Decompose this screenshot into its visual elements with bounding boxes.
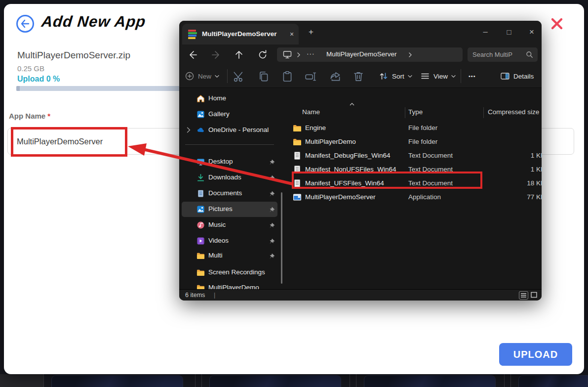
sidebar-item-pictures[interactable]: Pictures bbox=[182, 202, 277, 217]
sidebar-item-downloads[interactable]: Downloads bbox=[182, 170, 277, 185]
explorer-tab[interactable]: MultiPlayerDemoServer × bbox=[182, 24, 299, 44]
file-row-engine[interactable]: Engine File folder bbox=[289, 121, 542, 135]
file-row-manifest-nonufsfiles[interactable]: Manifest_NonUFSFiles_Win64 Text Document… bbox=[289, 163, 542, 176]
close-modal-button[interactable] bbox=[548, 15, 566, 33]
divider bbox=[195, 374, 196, 387]
breadcrumb[interactable]: ··· MultiPlayerDemoServer bbox=[277, 47, 463, 62]
pin-icon bbox=[269, 206, 275, 213]
divider bbox=[510, 374, 511, 387]
explorer-statusbar: 6 items | bbox=[179, 289, 542, 301]
upload-button[interactable]: UPLOAD bbox=[499, 343, 572, 366]
view-button[interactable]: View bbox=[420, 67, 456, 85]
divider bbox=[227, 69, 228, 83]
window-close-button[interactable]: × bbox=[522, 25, 542, 40]
column-header-name[interactable]: Name bbox=[302, 108, 320, 116]
sidebar-item-documents[interactable]: Documents bbox=[182, 186, 277, 201]
pin-icon bbox=[269, 222, 275, 228]
explorer-toolbar: New bbox=[179, 64, 542, 88]
column-header-compressed-size[interactable]: Compressed size bbox=[488, 108, 539, 116]
text-document-icon bbox=[293, 179, 302, 188]
downloads-icon bbox=[196, 173, 205, 182]
paste-icon[interactable] bbox=[281, 70, 294, 83]
delete-icon[interactable] bbox=[352, 70, 365, 83]
folder-icon bbox=[293, 137, 302, 146]
sidebar-item-music[interactable]: Music bbox=[182, 217, 277, 233]
upload-filesize: 0.25 GB bbox=[17, 64, 44, 73]
application-icon bbox=[293, 193, 302, 202]
maximize-button[interactable]: □ bbox=[499, 25, 519, 40]
search-input[interactable] bbox=[472, 48, 523, 61]
close-icon bbox=[548, 15, 566, 33]
page-title: Add New App bbox=[40, 13, 147, 31]
background-card bbox=[518, 375, 588, 387]
chevron-right-icon bbox=[408, 52, 412, 57]
sort-icon bbox=[379, 71, 389, 81]
more-options-button[interactable]: ••• bbox=[469, 67, 476, 85]
required-asterisk: * bbox=[47, 112, 50, 120]
chevron-down-icon bbox=[408, 75, 412, 78]
file-row-multiplayerdemoserver[interactable]: MultiPlayerDemoServer Application 77 KB bbox=[289, 190, 542, 204]
search-box[interactable] bbox=[468, 47, 538, 62]
pin-icon bbox=[269, 253, 275, 259]
onedrive-icon bbox=[196, 126, 205, 134]
details-button[interactable]: Details bbox=[500, 67, 534, 85]
share-icon[interactable] bbox=[329, 70, 342, 83]
pin-icon bbox=[269, 238, 275, 244]
sidebar-item-screen-recordings[interactable]: Screen Recordings bbox=[182, 265, 277, 280]
sidebar-item-gallery[interactable]: Gallery bbox=[182, 107, 277, 122]
refresh-icon[interactable] bbox=[256, 48, 269, 61]
sidebar-item-multi[interactable]: Multi bbox=[182, 248, 277, 263]
nav-back-icon[interactable] bbox=[186, 48, 199, 61]
sidebar-item-videos[interactable]: Videos bbox=[182, 233, 277, 249]
tab-close-icon[interactable]: × bbox=[287, 29, 297, 39]
text-document-icon bbox=[293, 165, 302, 174]
column-header-type[interactable]: Type bbox=[408, 108, 423, 116]
sort-button[interactable]: Sort bbox=[379, 67, 412, 85]
zip-archive-icon bbox=[188, 29, 198, 39]
ellipsis-icon: ••• bbox=[469, 73, 476, 79]
divider bbox=[504, 374, 505, 387]
minimize-button[interactable]: ─ bbox=[475, 25, 495, 40]
sidebar-item-home[interactable]: Home bbox=[182, 91, 277, 106]
upload-progress-text: Upload 0 % bbox=[17, 75, 60, 84]
music-icon bbox=[196, 221, 205, 229]
background-card bbox=[51, 375, 183, 387]
new-tab-button[interactable]: + bbox=[306, 27, 316, 38]
documents-icon bbox=[196, 189, 205, 198]
back-button[interactable] bbox=[16, 15, 34, 33]
explorer-titlebar[interactable]: MultiPlayerDemoServer × + ─ □ × bbox=[179, 21, 542, 44]
background-sidebar-strip bbox=[0, 374, 43, 387]
list-view-icon bbox=[519, 292, 528, 299]
app-name-label: App Name* bbox=[9, 112, 50, 120]
sidebar-scrollbar[interactable] bbox=[281, 192, 282, 284]
page-background: Add New App MultiPlayerDemoServer.zip 0.… bbox=[0, 0, 588, 387]
plus-circle-icon bbox=[185, 71, 195, 81]
upload-progress-fill bbox=[16, 86, 20, 91]
file-explorer-window: MultiPlayerDemoServer × + ─ □ × bbox=[179, 21, 542, 301]
divider bbox=[201, 374, 202, 387]
folder-icon bbox=[196, 268, 205, 277]
upload-filename: MultiPlayerDemoServer.zip bbox=[17, 50, 130, 61]
breadcrumb-folder[interactable]: MultiPlayerDemoServer bbox=[326, 50, 397, 58]
breadcrumb-ellipsis[interactable]: ··· bbox=[307, 50, 315, 57]
explorer-addressbar: ··· MultiPlayerDemoServer bbox=[179, 44, 542, 64]
nav-up-icon[interactable] bbox=[233, 48, 245, 61]
large-icons-view-toggle[interactable] bbox=[530, 291, 539, 300]
nav-forward-icon[interactable] bbox=[210, 48, 223, 61]
file-row-multiplayerdemo[interactable]: MultiPlayerDemo File folder bbox=[289, 135, 542, 149]
divider bbox=[461, 69, 461, 83]
divider[interactable] bbox=[483, 107, 484, 118]
view-icon bbox=[420, 71, 430, 81]
details-view-toggle[interactable] bbox=[519, 291, 528, 300]
sidebar-item-onedrive[interactable]: OneDrive - Personal bbox=[182, 123, 277, 138]
rename-icon[interactable] bbox=[305, 70, 317, 83]
cut-icon[interactable] bbox=[233, 70, 245, 83]
sidebar-item-desktop[interactable]: Desktop bbox=[182, 154, 277, 170]
new-button[interactable]: New bbox=[185, 67, 219, 85]
divider[interactable] bbox=[405, 107, 405, 118]
large-icon-view-icon bbox=[530, 291, 538, 299]
file-row-manifest-ufsfiles[interactable]: Manifest_UFSFiles_Win64 Text Document 18… bbox=[289, 176, 542, 190]
folder-icon bbox=[196, 252, 205, 260]
copy-icon[interactable] bbox=[257, 70, 270, 83]
file-row-manifest-debugfiles[interactable]: Manifest_DebugFiles_Win64 Text Document … bbox=[289, 149, 542, 163]
